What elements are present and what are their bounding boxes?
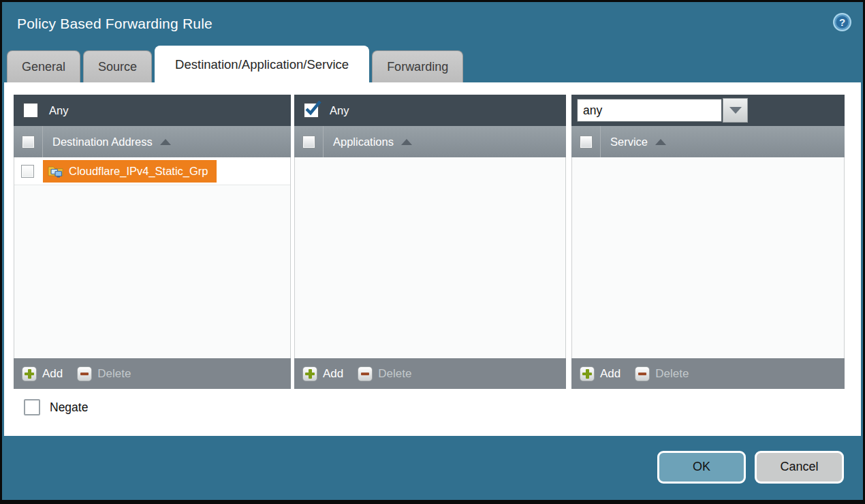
tab-general[interactable]: General: [7, 50, 80, 82]
dialog-footer: OK Cancel: [4, 434, 861, 500]
delete-button[interactable]: Delete: [77, 366, 131, 381]
service-dropdown[interactable]: any: [577, 98, 748, 123]
destination-select-all-checkbox[interactable]: [22, 136, 35, 148]
destination-column-header[interactable]: Destination Address: [52, 136, 171, 148]
tab-source[interactable]: Source: [83, 50, 152, 82]
applications-any-bar: Any: [294, 95, 566, 126]
destination-any-label: Any: [49, 104, 68, 117]
applications-any-checkbox[interactable]: [303, 102, 319, 119]
tab-content: Any Destination Address: [4, 82, 861, 436]
dropdown-button[interactable]: [723, 98, 748, 123]
applications-header-row: Applications: [294, 126, 566, 157]
service-select-all-checkbox[interactable]: [580, 136, 593, 148]
applications-any-label: Any: [330, 104, 349, 117]
negate-row: Negate: [14, 399, 847, 415]
delete-button[interactable]: Delete: [358, 366, 411, 381]
help-icon[interactable]: ?: [832, 12, 852, 32]
columns: Any Destination Address: [14, 95, 847, 389]
service-panel: any Service: [571, 95, 845, 389]
tab-forwarding[interactable]: Forwarding: [372, 50, 463, 82]
sort-ascending-icon: [160, 139, 171, 145]
plus-icon: [302, 366, 317, 381]
sort-ascending-icon: [655, 139, 666, 145]
destination-header-row: Destination Address: [14, 126, 291, 157]
add-button[interactable]: Add: [22, 366, 63, 381]
sort-ascending-icon: [401, 139, 412, 145]
destination-list: Cloudflare_IPv4_Static_Grp: [14, 157, 291, 358]
applications-column-header[interactable]: Applications: [333, 136, 412, 148]
add-button[interactable]: Add: [302, 366, 343, 381]
minus-icon: [358, 366, 373, 381]
plus-icon: [580, 366, 595, 381]
negate-checkbox[interactable]: [24, 399, 40, 415]
service-toolbar: Add Delete: [571, 358, 845, 389]
tab-bar: General Source Destination/Application/S…: [2, 46, 863, 82]
cancel-button[interactable]: Cancel: [755, 451, 844, 484]
table-row[interactable]: Cloudflare_IPv4_Static_Grp: [14, 157, 290, 185]
service-any-bar: any: [571, 95, 845, 126]
delete-button[interactable]: Delete: [635, 366, 689, 381]
destination-toolbar: Add Delete: [14, 358, 291, 389]
address-group-icon: [48, 165, 63, 178]
service-list: [571, 157, 845, 358]
ok-button[interactable]: OK: [657, 451, 746, 484]
svg-text:?: ?: [839, 16, 845, 28]
minus-icon: [635, 366, 650, 381]
row-checkbox[interactable]: [21, 165, 34, 178]
applications-list: [294, 157, 566, 358]
negate-label: Negate: [50, 400, 88, 415]
minus-icon: [77, 366, 92, 381]
service-header-row: Service: [571, 126, 845, 157]
destination-any-checkbox[interactable]: [22, 102, 39, 119]
plus-icon: [22, 366, 37, 381]
policy-based-forwarding-dialog: Policy Based Forwarding Rule ? General S…: [0, 0, 865, 504]
applications-panel: Any Applications Add: [294, 95, 566, 389]
row-label: Cloudflare_IPv4_Static_Grp: [69, 165, 208, 178]
page-title: Policy Based Forwarding Rule: [17, 16, 213, 32]
service-dropdown-value[interactable]: any: [577, 99, 722, 122]
titlebar: Policy Based Forwarding Rule ?: [2, 2, 863, 46]
destination-any-bar: Any: [14, 95, 291, 126]
chevron-down-icon: [729, 107, 742, 114]
destination-panel: Any Destination Address: [14, 95, 291, 389]
selected-address-object[interactable]: Cloudflare_IPv4_Static_Grp: [43, 160, 217, 183]
applications-select-all-checkbox[interactable]: [302, 136, 315, 148]
tab-destination-application-service[interactable]: Destination/Application/Service: [155, 46, 369, 82]
service-column-header[interactable]: Service: [610, 136, 666, 148]
check-icon: [304, 99, 322, 118]
applications-toolbar: Add Delete: [294, 358, 566, 389]
add-button[interactable]: Add: [580, 366, 620, 381]
